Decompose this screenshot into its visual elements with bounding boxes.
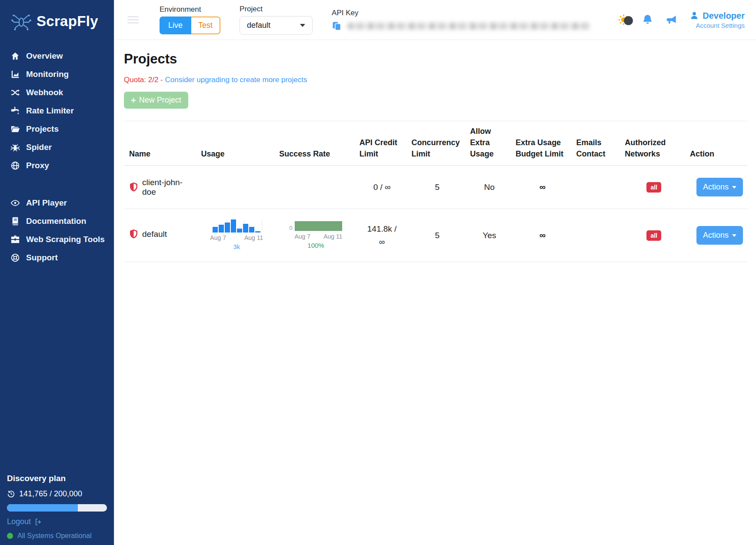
system-status-link[interactable]: All Systems Operational bbox=[7, 532, 107, 540]
sidebar-item-label: Support bbox=[26, 253, 58, 263]
environment-live-button[interactable]: Live bbox=[160, 17, 191, 34]
allow-extra-usage-cell: Yes bbox=[466, 209, 512, 262]
project-name: default bbox=[142, 229, 167, 239]
upgrade-link[interactable]: Consider upgrading to create more projec… bbox=[165, 76, 307, 84]
action-cell: Actions bbox=[686, 166, 747, 209]
projects-table: Name Usage Success Rate API Credit Limit… bbox=[124, 121, 747, 262]
environment-test-button[interactable]: Test bbox=[191, 17, 220, 34]
project-label: Project bbox=[240, 5, 313, 13]
sidebar-item-label: API Player bbox=[26, 198, 67, 208]
home-icon bbox=[10, 51, 20, 61]
topbar: Environment Live Test Project default AP… bbox=[114, 0, 756, 40]
concurrency-limit-cell: 5 bbox=[408, 209, 466, 262]
sidebar-item-label: Webhook bbox=[26, 88, 63, 97]
x-axis-start-label: Aug 7 bbox=[210, 234, 226, 241]
authorized-networks-cell: all bbox=[621, 166, 686, 209]
new-project-label: New Project bbox=[139, 96, 181, 105]
bell-icon bbox=[642, 14, 653, 26]
sidebar-item-label: Proxy bbox=[26, 161, 49, 170]
allow-extra-usage-cell: No bbox=[466, 166, 512, 209]
account-settings-label: Account Settings bbox=[696, 22, 745, 29]
col-header-emails-contact: Emails Contact bbox=[573, 121, 622, 166]
book-icon bbox=[10, 216, 20, 226]
status-label: All Systems Operational bbox=[17, 532, 92, 540]
actions-dropdown-button[interactable]: Actions bbox=[696, 178, 743, 196]
x-axis-end-label: Aug 11 bbox=[323, 233, 342, 240]
project-select[interactable]: default bbox=[240, 16, 313, 35]
api-key-value-blurred bbox=[347, 23, 591, 30]
emails-contact-cell bbox=[573, 209, 622, 262]
col-header-success-rate: Success Rate bbox=[276, 121, 356, 166]
sidebar-item-documentation[interactable]: Documentation bbox=[0, 212, 114, 230]
logout-link[interactable]: Logout bbox=[7, 517, 107, 526]
faucet-icon bbox=[10, 106, 20, 116]
plan-name: Discovery plan bbox=[7, 474, 107, 483]
chart-area-icon bbox=[10, 70, 20, 79]
concurrency-limit-cell: 5 bbox=[408, 166, 466, 209]
sidebar-item-rate-limiter[interactable]: Rate Limiter bbox=[0, 102, 114, 120]
action-cell: Actions bbox=[686, 209, 747, 262]
col-header-api-credit-limit: API Credit Limit bbox=[356, 121, 408, 166]
sidebar-item-proxy[interactable]: Proxy bbox=[0, 156, 114, 175]
project-group: Project default bbox=[240, 5, 313, 35]
sidebar: ScrapFly Overview Monitoring Webhook Rat… bbox=[0, 0, 114, 545]
megaphone-icon bbox=[666, 14, 677, 26]
shield-icon bbox=[129, 229, 138, 239]
sidebar-item-web-scraping-tools[interactable]: Web Scraping Tools bbox=[0, 230, 114, 249]
actions-dropdown-button[interactable]: Actions bbox=[696, 226, 743, 245]
hamburger-menu-button[interactable] bbox=[126, 14, 140, 25]
page-title: Projects bbox=[124, 51, 747, 67]
theme-toggle-button[interactable] bbox=[618, 14, 629, 26]
usage-sparkline-chart: Aug 7 Aug 11 3k bbox=[210, 219, 263, 250]
usage-total-label: 3k bbox=[210, 243, 263, 250]
quota-line: Quota: 2/2 - Consider upgrading to creat… bbox=[124, 76, 747, 84]
sidebar-item-support[interactable]: Support bbox=[0, 249, 114, 267]
status-ok-dot bbox=[7, 533, 13, 539]
sidebar-item-overview[interactable]: Overview bbox=[0, 47, 114, 65]
sidebar-item-label: Spider bbox=[26, 143, 52, 152]
scrapfly-logo[interactable]: ScrapFly bbox=[0, 0, 114, 32]
chevron-down-icon bbox=[732, 234, 736, 237]
announcements-button[interactable] bbox=[666, 14, 677, 26]
plan-panel: Discovery plan 141,765 / 200,000 Logout … bbox=[0, 474, 114, 545]
history-icon bbox=[7, 490, 15, 498]
sidebar-item-projects[interactable]: Projects bbox=[0, 120, 114, 138]
authorized-networks-cell: all bbox=[621, 209, 686, 262]
globe-icon bbox=[10, 161, 20, 170]
col-header-usage: Usage bbox=[198, 121, 276, 166]
environment-group: Environment Live Test bbox=[160, 5, 220, 34]
success-rate-fill bbox=[295, 221, 343, 231]
chevron-down-icon bbox=[732, 186, 736, 189]
spider-icon bbox=[10, 143, 20, 152]
account-menu[interactable]: Developer Account Settings bbox=[689, 11, 745, 29]
new-project-button[interactable]: + New Project bbox=[124, 92, 188, 109]
x-axis-start-label: Aug 7 bbox=[294, 233, 310, 240]
sidebar-item-spider[interactable]: Spider bbox=[0, 138, 114, 156]
user-name: Developer bbox=[703, 11, 745, 21]
success-rate-cell: 0 Aug 7 Aug 11 100% bbox=[276, 209, 356, 262]
notifications-button[interactable] bbox=[642, 14, 653, 26]
moon-icon bbox=[624, 16, 633, 25]
sidebar-item-label: Web Scraping Tools bbox=[26, 235, 105, 244]
sidebar-item-monitoring[interactable]: Monitoring bbox=[0, 65, 114, 83]
table-header-row: Name Usage Success Rate API Credit Limit… bbox=[124, 121, 747, 166]
api-credit-limit-cell: 0 / ∞ bbox=[356, 166, 408, 209]
api-key-label: API Key bbox=[332, 9, 599, 17]
success-rate-label: 100% bbox=[289, 242, 342, 249]
usage-cell: Aug 7 Aug 11 3k bbox=[198, 209, 276, 262]
network-badge: all bbox=[646, 230, 661, 241]
col-header-extra-usage-budget-limit: Extra Usage Budget Limit bbox=[512, 121, 573, 166]
table-row: client-john-doe 0 / ∞ 5 No ∞ all bbox=[124, 166, 747, 209]
copy-icon[interactable] bbox=[332, 21, 342, 31]
folder-open-icon bbox=[10, 124, 20, 134]
project-name: client-john-doe bbox=[142, 178, 194, 197]
brand-name: ScrapFly bbox=[37, 13, 98, 30]
api-key-group: API Key bbox=[332, 9, 599, 31]
network-badge: all bbox=[646, 182, 661, 193]
main-area: Environment Live Test Project default AP… bbox=[114, 0, 756, 545]
project-selected-value: default bbox=[247, 21, 270, 30]
projects-page: Projects Quota: 2/2 - Consider upgrading… bbox=[114, 40, 756, 262]
sidebar-item-api-player[interactable]: API Player bbox=[0, 194, 114, 212]
col-header-name: Name bbox=[124, 121, 198, 166]
sidebar-item-webhook[interactable]: Webhook bbox=[0, 83, 114, 102]
